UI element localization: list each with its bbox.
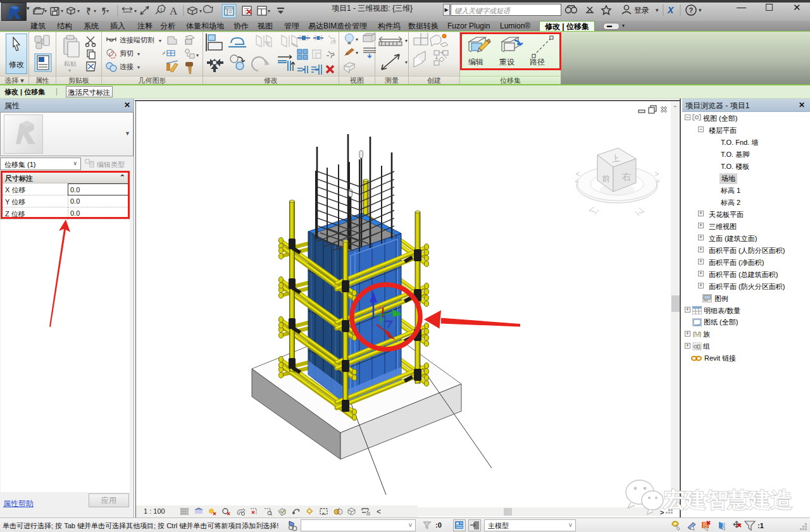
svg-text:右: 右 <box>622 171 631 182</box>
svg-text:▾: ▾ <box>94 8 96 14</box>
svg-text:剪切: 剪切 <box>120 49 134 57</box>
svg-text:▾: ▾ <box>61 8 63 14</box>
svg-text:▾: ▾ <box>106 8 109 14</box>
svg-text:▾: ▾ <box>699 7 702 13</box>
svg-text:连接: 连接 <box>120 63 134 70</box>
svg-text:▾: ▾ <box>77 8 80 14</box>
svg-text:上: 上 <box>611 153 620 164</box>
svg-text:▾: ▾ <box>68 68 71 73</box>
svg-text:▾: ▾ <box>196 53 199 58</box>
svg-text:▾: ▾ <box>137 51 140 57</box>
svg-text:前: 前 <box>602 174 610 183</box>
svg-text:▾: ▾ <box>199 8 202 14</box>
svg-text:▾: ▾ <box>405 59 408 65</box>
svg-text:▾: ▾ <box>405 38 408 44</box>
svg-text:▾: ▾ <box>356 50 358 56</box>
svg-text:粘贴: 粘贴 <box>64 60 77 67</box>
svg-text:?: ? <box>689 6 694 14</box>
svg-text:▾: ▾ <box>356 37 358 42</box>
svg-text:▾: ▾ <box>656 7 659 13</box>
svg-text:连接端切割: 连接端切割 <box>120 36 154 44</box>
svg-text:登录: 登录 <box>634 6 649 15</box>
svg-text:宏建智慧建造: 宏建智慧建造 <box>663 488 792 512</box>
svg-text:▾: ▾ <box>159 38 161 44</box>
svg-text:<: < <box>377 507 381 516</box>
svg-text:▾: ▾ <box>137 65 140 70</box>
svg-text:X: X <box>667 5 675 15</box>
svg-text:▾: ▾ <box>44 8 47 14</box>
svg-text:A: A <box>170 5 178 17</box>
svg-text:▾: ▾ <box>134 8 137 14</box>
svg-text:1: 1 <box>160 8 163 12</box>
svg-text:▾: ▾ <box>268 8 270 14</box>
